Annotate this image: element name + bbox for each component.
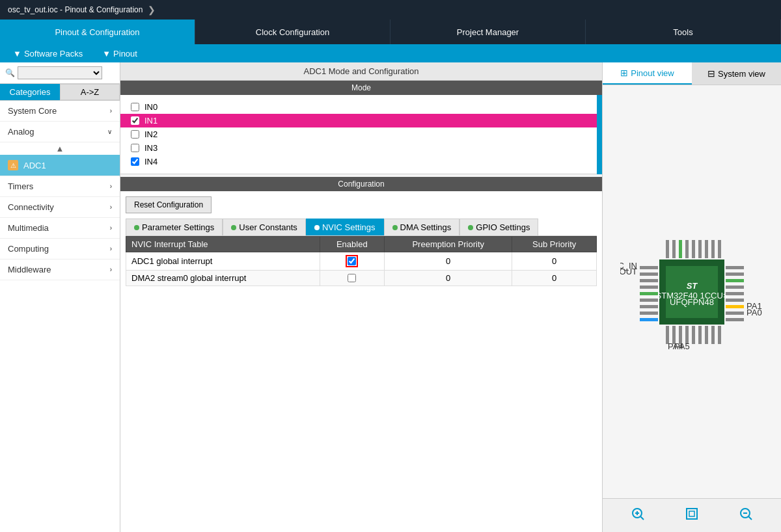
svg-rect-27 <box>692 240 695 258</box>
table-row: DMA2 stream0 global interrupt 0 0 <box>126 271 597 286</box>
search-icon: 🔍 <box>5 68 15 77</box>
tab-parameter-settings[interactable]: Parameter Settings <box>126 219 223 235</box>
sidebar-item-connectivity[interactable]: Connectivity › <box>0 197 120 218</box>
checkbox-in1[interactable] <box>131 116 139 125</box>
sidebar-tab-categories[interactable]: Categories <box>0 84 60 100</box>
svg-rect-20 <box>726 305 744 308</box>
svg-rect-15 <box>726 273 744 276</box>
tab-project-manager[interactable]: Project Manager <box>390 20 586 44</box>
tab-gpio-settings[interactable]: GPIO Settings <box>459 219 538 235</box>
sidebar-tab-az[interactable]: A->Z <box>60 84 120 100</box>
checkbox-in3[interactable] <box>131 144 139 152</box>
gpio-settings-dot <box>468 225 473 230</box>
sidebar-item-middleware[interactable]: Middleware › <box>0 259 120 280</box>
nvic-col-preemption: Preemption Priority <box>385 237 512 252</box>
right-panel-content: ST STM32F40 1CCU× UFQFPN48 <box>603 85 781 498</box>
nvic-row2-preemption: 0 <box>385 271 512 286</box>
chevron-right-icon-timers: › <box>110 183 112 190</box>
config-section-header: Configuration <box>120 177 602 191</box>
nvic-table: NVIC Interrupt Table Enabled Preemption … <box>126 236 597 286</box>
svg-rect-29 <box>705 240 708 258</box>
tab-dma-settings[interactable]: DMA Settings <box>384 219 460 235</box>
warning-icon: ⚠ <box>8 160 18 170</box>
content-header: ADC1 Mode and Configuration <box>120 62 602 81</box>
zoom-in-button[interactable] <box>631 507 645 524</box>
tab-system-view[interactable]: ⊟ System view <box>692 62 781 85</box>
chip-visualization: ST STM32F40 1CCU× UFQFPN48 <box>620 220 763 364</box>
mode-section-header: Mode <box>120 81 602 95</box>
right-panel-bottom <box>603 498 781 532</box>
svg-text:PA5: PA5 <box>674 341 690 351</box>
tab-tools[interactable]: Tools <box>586 20 781 44</box>
config-tabs: Parameter Settings User Constants NVIC S… <box>126 219 597 236</box>
checkbox-in4[interactable] <box>131 157 139 166</box>
title-bar: osc_tv_out.ioc - Pinout & Configuration … <box>0 0 781 20</box>
chevron-right-icon-middleware: › <box>110 266 112 273</box>
zoom-out-button[interactable] <box>739 507 753 524</box>
sidebar-item-computing[interactable]: Computing › <box>0 239 120 259</box>
title-bar-arrow-icon: ❯ <box>148 5 156 15</box>
nvic-row2-checkbox[interactable] <box>348 274 356 282</box>
zoom-in-icon <box>631 507 645 521</box>
sidebar-item-analog[interactable]: Analog ∨ <box>0 122 120 142</box>
sidebar-item-adc1[interactable]: ⚠ ADC1 <box>0 155 120 176</box>
mode-row-in3: IN3 <box>131 141 586 155</box>
nvic-col-subpriority: Sub Priority <box>512 237 597 252</box>
nvic-row1-enabled <box>320 252 385 271</box>
sidebar-item-system-core[interactable]: System Core › <box>0 101 120 122</box>
svg-text:RCC_OSC_OUT: RCC_OSC_OUT <box>620 267 637 276</box>
tab-user-constants[interactable]: User Constants <box>223 219 306 235</box>
tab-pinout-view[interactable]: ⊞ Pinout view <box>603 62 692 85</box>
tab-nvic-settings[interactable]: NVIC Settings <box>306 219 384 235</box>
svg-rect-30 <box>711 240 715 258</box>
svg-text:ST: ST <box>687 281 698 291</box>
svg-rect-28 <box>698 240 702 258</box>
nvic-row1-preemption: 0 <box>385 252 512 271</box>
svg-rect-13 <box>640 318 658 321</box>
tab-pinout-configuration[interactable]: Pinout & Configuration <box>0 20 195 44</box>
chevron-right-icon-connectivity: › <box>110 204 112 211</box>
svg-rect-16 <box>726 279 744 282</box>
svg-rect-36 <box>692 326 695 344</box>
svg-rect-24 <box>672 240 676 258</box>
search-input[interactable] <box>18 66 102 79</box>
svg-rect-38 <box>705 326 708 344</box>
mode-scrollbar[interactable] <box>597 95 602 174</box>
nvic-row2-enabled <box>320 271 385 286</box>
svg-rect-39 <box>711 326 715 344</box>
svg-rect-17 <box>726 286 744 289</box>
software-packs-menu[interactable]: ▼ Software Packs <box>13 49 83 59</box>
svg-rect-22 <box>726 318 744 321</box>
pinout-view-icon: ⊞ <box>620 68 628 78</box>
zoom-fit-button[interactable] <box>685 507 699 524</box>
pinout-menu[interactable]: ▼ Pinout <box>102 49 137 59</box>
svg-line-50 <box>640 516 644 520</box>
svg-rect-40 <box>718 326 721 344</box>
secondary-nav: ▼ Software Packs ▼ Pinout <box>0 44 781 62</box>
svg-text:PA0: PA0 <box>747 308 762 317</box>
mode-row-in2: IN2 <box>131 127 586 141</box>
tab-clock-configuration[interactable]: Clock Configuration <box>195 20 390 44</box>
zoom-fit-icon <box>685 507 699 521</box>
sidebar-item-multimedia[interactable]: Multimedia › <box>0 218 120 239</box>
svg-rect-52 <box>689 511 694 516</box>
scroll-up-indicator[interactable]: ▲ <box>0 142 120 155</box>
mode-row-in4: IN4 <box>131 155 586 168</box>
nvic-row1-checkbox[interactable] <box>348 257 356 265</box>
svg-rect-11 <box>640 305 658 308</box>
content-area: ADC1 Mode and Configuration Mode IN0 IN1 <box>120 62 602 532</box>
svg-rect-31 <box>718 240 721 258</box>
checkbox-in2[interactable] <box>131 130 139 139</box>
sidebar-search: 🔍 <box>0 62 120 84</box>
checkbox-in0[interactable] <box>131 103 139 111</box>
svg-rect-23 <box>666 240 669 258</box>
reset-configuration-button[interactable]: Reset Configuration <box>126 196 212 213</box>
nvic-col-name: NVIC Interrupt Table <box>126 237 320 252</box>
mode-row-in0: IN0 <box>131 100 586 114</box>
svg-rect-9 <box>640 292 658 295</box>
nvic-row1-enabled-checkbox-highlight <box>346 255 358 267</box>
pinout-arrow-icon: ▼ <box>102 49 111 59</box>
svg-rect-8 <box>640 286 658 289</box>
svg-rect-7 <box>640 279 658 282</box>
sidebar-item-timers[interactable]: Timers › <box>0 176 120 197</box>
